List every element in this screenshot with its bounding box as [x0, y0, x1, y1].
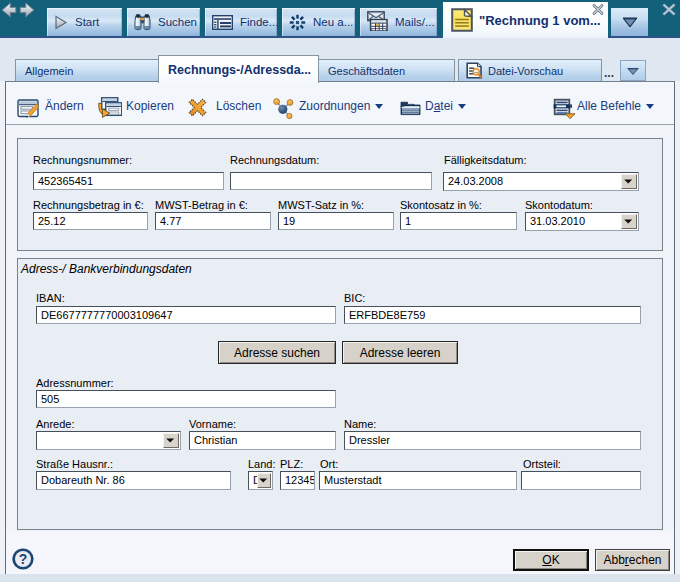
svg-text:?: ? [19, 551, 28, 567]
